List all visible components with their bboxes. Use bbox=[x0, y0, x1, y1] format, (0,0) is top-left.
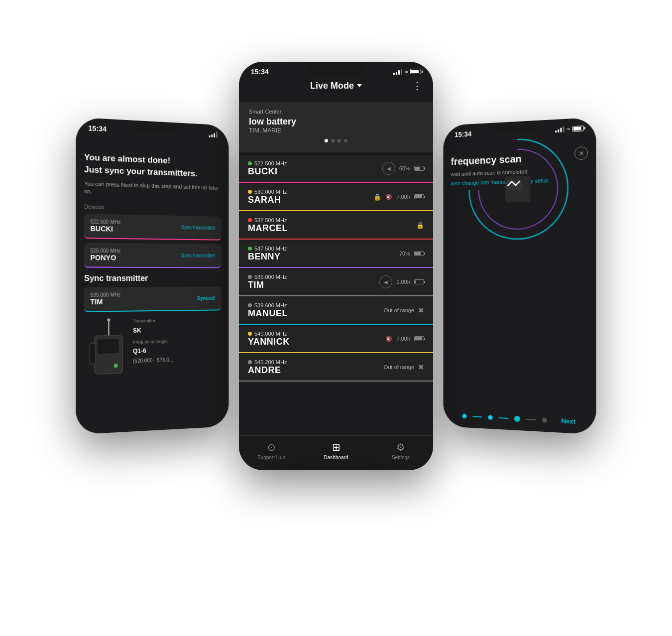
right-status-icons: ≈ bbox=[555, 125, 584, 132]
phone-left: 15:34 You are almost done!Just sync your… bbox=[76, 117, 228, 434]
left-status-icons bbox=[209, 131, 218, 137]
support-hub-icon: ⊙ bbox=[267, 441, 276, 453]
ch-marcel-name: MARCEL bbox=[248, 223, 416, 234]
freq-range-label: Frequency range: bbox=[133, 338, 173, 346]
ch-tim-battery bbox=[414, 279, 424, 284]
sennheiser-svg bbox=[505, 176, 523, 194]
left-notch bbox=[132, 120, 176, 133]
ch-marcel-left: 532.500 MHz MARCEL bbox=[248, 217, 416, 234]
right-battery bbox=[572, 125, 584, 131]
ch-sarah-battery-fill bbox=[415, 195, 422, 198]
ch-benny-right: 70% bbox=[399, 251, 424, 256]
center-title-text: Live Mode bbox=[310, 81, 354, 91]
phone-right: 15:34 ≈ ✕ frequency scan wait until auto… bbox=[444, 117, 596, 434]
transmitter-info: Transmitter SK Frequency range: Q1-6 (52… bbox=[133, 317, 173, 365]
left-time: 15:34 bbox=[88, 124, 107, 133]
left-ponyo-freq: 525.000 MHz bbox=[90, 248, 120, 254]
left-tim-info: 535.000 MHz TIM bbox=[90, 292, 120, 306]
more-options-icon[interactable]: ⋮ bbox=[412, 80, 423, 92]
settings-icon: ⚙ bbox=[396, 441, 405, 453]
svg-point-1 bbox=[107, 318, 110, 321]
svg-rect-3 bbox=[98, 339, 119, 354]
ch-bucki-right: ◀ 60% bbox=[382, 162, 424, 175]
dot-2 bbox=[331, 139, 335, 142]
bluetooth-icon: ✖ bbox=[418, 306, 424, 314]
right-notch bbox=[496, 120, 540, 133]
dropdown-arrow-icon[interactable] bbox=[357, 84, 362, 87]
dashboard-label: Dashboard bbox=[324, 455, 348, 460]
ch-marcel-dot bbox=[248, 218, 252, 222]
center-status-icons: ≈ bbox=[393, 69, 421, 75]
tab-bar: ⊙ Support Hub ⊞ Dashboard ⚙ Settings bbox=[239, 435, 433, 470]
ch-sarah-freq: 530.000 MHz bbox=[248, 189, 373, 195]
ch-andre-left: 545.200 MHz ANDRE bbox=[248, 359, 384, 376]
ch-andre-range: Out of range bbox=[384, 364, 414, 370]
left-device-bucki[interactable]: 522.500 MHz BUCKI Sync transmitter bbox=[84, 214, 221, 241]
left-bucki-sync[interactable]: Sync transmitter bbox=[181, 225, 216, 231]
channel-bucki[interactable]: 522.500 MHz BUCKI ◀ 60% bbox=[239, 155, 433, 183]
ch-bucki-battery bbox=[414, 166, 424, 171]
ch-tim-dot bbox=[248, 275, 252, 279]
next-button[interactable]: Next bbox=[561, 417, 575, 425]
left-tim-name: TIM bbox=[90, 297, 120, 306]
step-line-2 bbox=[499, 417, 509, 418]
ch-yannick-freq: 540.000 MHz bbox=[248, 331, 385, 337]
channel-sarah[interactable]: 530.000 MHz SARAH 🔒 🔇 7:00h bbox=[239, 184, 433, 211]
right-signal bbox=[555, 126, 564, 132]
ch-bucki-dot bbox=[248, 161, 252, 165]
transmitter-label: Transmitter bbox=[133, 317, 173, 325]
left-device-bucki-info: 522.500 MHz BUCKI bbox=[90, 219, 120, 233]
step-line-1 bbox=[472, 415, 482, 417]
mute-icon: ◀ bbox=[382, 162, 395, 175]
channel-yannick[interactable]: 540.000 MHz YANNICK 🔇 7:00h bbox=[239, 326, 433, 353]
dashboard-icon: ⊞ bbox=[332, 441, 340, 453]
svg-rect-5 bbox=[89, 344, 95, 364]
andre-bluetooth-icon: ✖ bbox=[418, 363, 424, 371]
ch-yannick-battery bbox=[414, 336, 424, 341]
channel-benny[interactable]: 547.500 MHz BENNY 70% bbox=[239, 241, 433, 268]
channels-list: 522.500 MHz BUCKI ◀ 60% bbox=[239, 155, 433, 435]
ch-marcel-right: 🔒 bbox=[416, 222, 424, 229]
smart-center-title: low battery bbox=[249, 117, 423, 127]
sync-section-title: Sync transmitter bbox=[84, 274, 221, 283]
right-time: 15:34 bbox=[454, 129, 471, 138]
ch-bucki-left: 522.500 MHz BUCKI bbox=[248, 160, 382, 177]
ch-tim-left: 535.000 MHz TIM bbox=[248, 274, 379, 290]
left-signal bbox=[209, 131, 218, 137]
check-1: ✓ bbox=[463, 414, 466, 418]
center-battery bbox=[410, 69, 421, 74]
dot-4 bbox=[344, 139, 347, 142]
left-ponyo-sync[interactable]: Sync transmitter bbox=[181, 253, 216, 258]
check-2: ✓ bbox=[489, 415, 492, 419]
transmitter-image-area: Transmitter SK Frequency range: Q1-6 (52… bbox=[84, 316, 221, 382]
tab-settings[interactable]: ⚙ Settings bbox=[368, 441, 433, 460]
left-sub-text: You can press Next to skip this step and… bbox=[84, 179, 221, 199]
ch-manuel-name: MANUEL bbox=[248, 308, 384, 319]
step-3 bbox=[514, 415, 520, 422]
left-tim-freq: 535.000 MHz bbox=[90, 292, 120, 298]
freq-range-detail: (520.000 - 576.0... bbox=[133, 355, 173, 365]
center-wifi: ≈ bbox=[405, 69, 408, 75]
right-screen: 15:34 ≈ ✕ frequency scan wait until auto… bbox=[444, 117, 596, 434]
ch-benny-battery bbox=[414, 251, 424, 256]
ch-andre-dot bbox=[248, 360, 252, 364]
smart-center-banner: Smart Center low battery TIM, MARIE bbox=[239, 102, 433, 152]
scan-circle bbox=[460, 126, 578, 249]
channel-tim[interactable]: 535.000 MHz TIM ◀ 1:00h bbox=[239, 269, 433, 296]
tab-dashboard[interactable]: ⊞ Dashboard bbox=[304, 441, 368, 460]
channel-marcel[interactable]: 532.500 MHz MARCEL 🔒 bbox=[239, 212, 433, 240]
ch-benny-left: 547.500 MHz BENNY bbox=[248, 246, 399, 262]
left-device-ponyo-info: 525.000 MHz PONYO bbox=[90, 248, 120, 262]
transmitter-model: SK bbox=[133, 325, 173, 336]
left-device-ponyo[interactable]: 525.000 MHz PONYO Sync transmitter bbox=[84, 243, 221, 268]
step-4 bbox=[542, 417, 547, 422]
channel-manuel[interactable]: 539.600 MHz MANUEL Out of range ✖ bbox=[239, 297, 433, 325]
tab-support-hub[interactable]: ⊙ Support Hub bbox=[239, 441, 304, 460]
channel-andre[interactable]: 545.200 MHz ANDRE Out of range ✖ bbox=[239, 354, 433, 382]
banner-dots bbox=[249, 139, 423, 142]
sennheiser-logo bbox=[505, 176, 530, 203]
transmitter-svg bbox=[84, 318, 125, 382]
ch-sarah-name: SARAH bbox=[248, 195, 373, 205]
left-ponyo-name: PONYO bbox=[90, 254, 120, 262]
phones-scene: 15:34 You are almost done!Just sync your… bbox=[62, 32, 610, 605]
